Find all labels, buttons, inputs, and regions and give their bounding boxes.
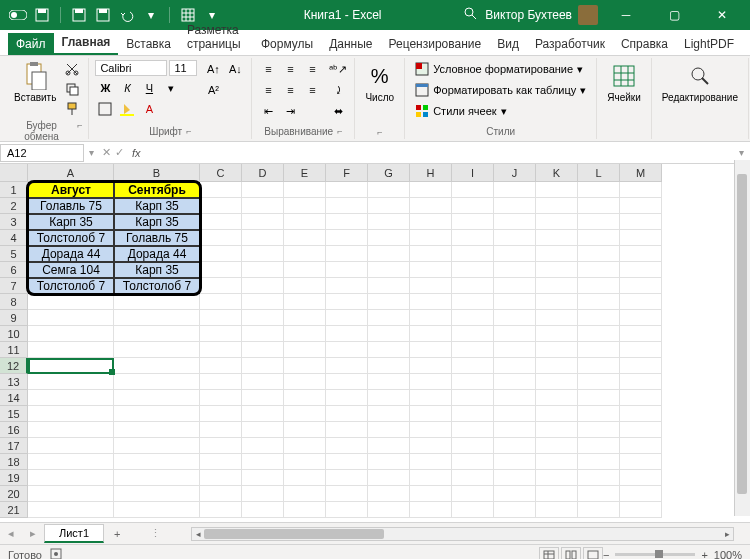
number-launcher-icon[interactable]: ⌐: [377, 127, 382, 137]
cell-B14[interactable]: [114, 390, 200, 406]
cell-K13[interactable]: [536, 374, 578, 390]
cell-K17[interactable]: [536, 438, 578, 454]
col-header-G[interactable]: G: [368, 164, 410, 182]
cell-L21[interactable]: [578, 502, 620, 518]
data-cell[interactable]: Голавль 75: [114, 230, 200, 246]
data-cell[interactable]: Толстолоб 7: [114, 278, 200, 294]
row-header-13[interactable]: 13: [0, 374, 28, 390]
cell-H4[interactable]: [410, 230, 452, 246]
cell-D8[interactable]: [242, 294, 284, 310]
data-header[interactable]: Сентябрь: [114, 182, 200, 198]
col-header-D[interactable]: D: [242, 164, 284, 182]
cell-M6[interactable]: [620, 262, 662, 278]
cell-E1[interactable]: [284, 182, 326, 198]
cell-I9[interactable]: [452, 310, 494, 326]
format-painter-icon[interactable]: [62, 100, 82, 118]
search-icon[interactable]: [463, 6, 477, 24]
cell-B18[interactable]: [114, 454, 200, 470]
cell-F6[interactable]: [326, 262, 368, 278]
cell-K5[interactable]: [536, 246, 578, 262]
cell-L13[interactable]: [578, 374, 620, 390]
cell-H11[interactable]: [410, 342, 452, 358]
cell-G11[interactable]: [368, 342, 410, 358]
row-header-20[interactable]: 20: [0, 486, 28, 502]
cell-styles-button[interactable]: Стили ячеек ▾: [411, 102, 590, 120]
cell-G16[interactable]: [368, 422, 410, 438]
cell-I21[interactable]: [452, 502, 494, 518]
cell-F7[interactable]: [326, 278, 368, 294]
macro-record-icon[interactable]: [50, 548, 62, 560]
cell-J4[interactable]: [494, 230, 536, 246]
hscroll-right-icon[interactable]: ▸: [721, 528, 733, 540]
cell-E18[interactable]: [284, 454, 326, 470]
tab-data[interactable]: Данные: [321, 33, 380, 55]
tab-home[interactable]: Главная: [54, 31, 119, 55]
cell-G3[interactable]: [368, 214, 410, 230]
cell-F18[interactable]: [326, 454, 368, 470]
cell-C7[interactable]: [200, 278, 242, 294]
cell-H19[interactable]: [410, 470, 452, 486]
merge-icon[interactable]: ⬌: [328, 102, 348, 120]
cell-K15[interactable]: [536, 406, 578, 422]
horizontal-scrollbar[interactable]: ◂ ▸: [191, 527, 734, 541]
cell-C16[interactable]: [200, 422, 242, 438]
cell-F9[interactable]: [326, 310, 368, 326]
cell-I17[interactable]: [452, 438, 494, 454]
font-color-icon[interactable]: A: [139, 100, 159, 118]
tab-insert[interactable]: Вставка: [118, 33, 179, 55]
cell-F16[interactable]: [326, 422, 368, 438]
cell-C9[interactable]: [200, 310, 242, 326]
row-header-14[interactable]: 14: [0, 390, 28, 406]
increase-font-icon[interactable]: A↑: [203, 60, 223, 78]
data-cell[interactable]: Карп 35: [28, 214, 114, 230]
name-box[interactable]: [0, 144, 84, 162]
cell-F4[interactable]: [326, 230, 368, 246]
cell-L8[interactable]: [578, 294, 620, 310]
col-header-E[interactable]: E: [284, 164, 326, 182]
cell-D15[interactable]: [242, 406, 284, 422]
col-header-B[interactable]: B: [114, 164, 200, 182]
superscript-icon[interactable]: A²: [203, 81, 223, 99]
cell-L3[interactable]: [578, 214, 620, 230]
cell-E16[interactable]: [284, 422, 326, 438]
font-launcher-icon[interactable]: ⌐: [186, 126, 191, 137]
cell-I2[interactable]: [452, 198, 494, 214]
cell-K14[interactable]: [536, 390, 578, 406]
cell-C6[interactable]: [200, 262, 242, 278]
cell-L20[interactable]: [578, 486, 620, 502]
cell-I19[interactable]: [452, 470, 494, 486]
cell-E4[interactable]: [284, 230, 326, 246]
bold-button[interactable]: Ж: [95, 79, 115, 97]
cell-C3[interactable]: [200, 214, 242, 230]
cell-J12[interactable]: [494, 358, 536, 374]
cell-L10[interactable]: [578, 326, 620, 342]
cell-G7[interactable]: [368, 278, 410, 294]
cell-G20[interactable]: [368, 486, 410, 502]
cell-F2[interactable]: [326, 198, 368, 214]
cell-E13[interactable]: [284, 374, 326, 390]
cell-M2[interactable]: [620, 198, 662, 214]
align-right-icon[interactable]: ≡: [302, 81, 322, 99]
redo-icon[interactable]: ▾: [141, 5, 161, 25]
cell-D9[interactable]: [242, 310, 284, 326]
cell-D13[interactable]: [242, 374, 284, 390]
cell-C19[interactable]: [200, 470, 242, 486]
cell-F12[interactable]: [326, 358, 368, 374]
cell-K21[interactable]: [536, 502, 578, 518]
cell-E6[interactable]: [284, 262, 326, 278]
cell-B8[interactable]: [114, 294, 200, 310]
data-cell[interactable]: Карп 35: [114, 262, 200, 278]
vscroll-thumb[interactable]: [737, 174, 747, 494]
cell-F8[interactable]: [326, 294, 368, 310]
row-header-3[interactable]: 3: [0, 214, 28, 230]
cell-E21[interactable]: [284, 502, 326, 518]
cell-A11[interactable]: [28, 342, 114, 358]
sheet-nav-next-icon[interactable]: ▸: [22, 527, 44, 540]
cell-E2[interactable]: [284, 198, 326, 214]
cell-L4[interactable]: [578, 230, 620, 246]
cell-I3[interactable]: [452, 214, 494, 230]
row-header-21[interactable]: 21: [0, 502, 28, 518]
paste-button[interactable]: Вставить: [10, 60, 60, 105]
cell-H18[interactable]: [410, 454, 452, 470]
cell-B15[interactable]: [114, 406, 200, 422]
